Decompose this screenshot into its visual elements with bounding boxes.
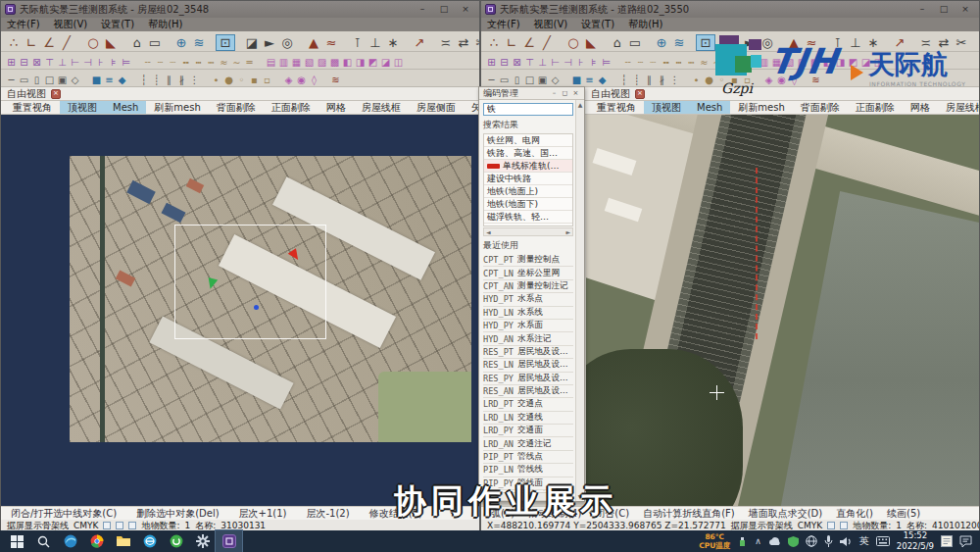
sticky-note-tray-icon[interactable] <box>941 535 953 547</box>
close-button[interactable]: × <box>456 3 475 16</box>
toolbar-icon[interactable]: ⊣ <box>562 57 574 68</box>
toolbar-icon[interactable]: ◉ <box>295 75 308 85</box>
toolbar-icon[interactable]: ≋ <box>190 35 208 50</box>
recent-code-item[interactable]: RES_PY 居民地及设… <box>483 373 573 385</box>
command-shortcut[interactable]: 直角化() <box>836 507 873 521</box>
toolbar-icon[interactable]: ◦ <box>235 75 248 85</box>
toolbar-icon[interactable]: ◎ <box>278 35 296 50</box>
chrome-taskbar-icon[interactable] <box>83 530 110 552</box>
view-tab[interactable]: 刷新mesh <box>730 101 792 115</box>
recent-code-item[interactable]: HYD_PT 水系点 <box>483 293 573 306</box>
toolbar-icon[interactable]: ┅ <box>192 57 205 68</box>
toolbar-icon[interactable]: ◇ <box>549 75 562 85</box>
recent-code-item[interactable]: LRD_PY 交通面 <box>483 425 573 437</box>
menu-item[interactable]: 设置(T) <box>101 18 134 31</box>
toolbar-icon[interactable]: ○ <box>564 35 582 50</box>
toolbar-icon[interactable]: ◣ <box>582 35 600 50</box>
recent-code-item[interactable]: RES_AN 居民地及设… <box>483 385 573 398</box>
toolbar-icon[interactable]: ⊦ <box>94 57 107 68</box>
panel-close-icon[interactable]: × <box>51 89 61 99</box>
toolbar-icon[interactable]: ✂ <box>472 35 479 50</box>
toolbar-icon[interactable]: ─ <box>5 75 18 85</box>
view-tab[interactable]: 网格 <box>318 101 354 115</box>
toolbar-icon[interactable]: ▯ <box>30 75 43 85</box>
minimize-button[interactable]: – <box>912 3 932 16</box>
viewport-3d-right[interactable] <box>586 115 979 506</box>
toolbar-icon[interactable]: ┉ <box>205 57 218 68</box>
toolbar-icon[interactable]: ∙ <box>210 75 222 85</box>
recent-code-item[interactable]: RES_LN 居民地及设… <box>483 359 573 372</box>
toolbar-icon[interactable]: ⊥ <box>367 35 384 50</box>
toolbar-icon[interactable]: ≡ <box>103 75 116 85</box>
view-tab[interactable]: 背面剔除 <box>209 101 264 115</box>
toolbar-icon[interactable]: ┆ <box>137 75 150 85</box>
toolbar-icon[interactable]: □ <box>43 75 56 85</box>
panel-close-icon[interactable]: × <box>635 89 645 99</box>
code-search-input[interactable] <box>483 103 573 116</box>
tray-expand-chevron-icon[interactable]: ∧ <box>755 536 761 546</box>
toolbar-icon[interactable]: ╌ <box>621 57 634 68</box>
panel-vertical-scrollbar[interactable]: ▲ ▼ <box>575 100 584 501</box>
toolbar-icon[interactable]: ⋮ <box>668 75 681 85</box>
toolbar-icon[interactable]: ∦ <box>175 75 188 85</box>
toolbar-icon[interactable]: ▧ <box>303 57 316 68</box>
toolbar-icon[interactable]: ▯ <box>511 75 523 85</box>
toolbar-icon[interactable]: ▫ <box>261 75 273 85</box>
toolbar-icon[interactable]: ═ <box>243 57 256 68</box>
color-swatch[interactable] <box>827 522 835 529</box>
toolbar-icon[interactable]: ↗ <box>411 35 428 50</box>
scroll-right-icon[interactable]: ► <box>565 228 570 235</box>
command-shortcut[interactable]: 层次-1(2) <box>307 507 350 521</box>
toolbar-icon[interactable]: ∠ <box>520 35 538 50</box>
toolbar-icon[interactable]: ⋮ <box>188 75 201 85</box>
toolbar-icon[interactable]: ◪ <box>379 57 392 68</box>
search-result-item[interactable]: 铁路、高速、国… <box>484 147 572 160</box>
toolbar-icon[interactable]: ⊧ <box>107 57 120 68</box>
command-shortcut[interactable]: 续画(5) <box>887 507 920 521</box>
toolbar-icon[interactable]: ≡ <box>583 75 596 85</box>
toolbar-icon[interactable]: ⌂ <box>128 35 146 50</box>
toolbar-icon[interactable]: ▭ <box>498 75 511 85</box>
recent-code-item[interactable]: LRD_PT 交通点 <box>483 398 573 411</box>
toolbar-icon[interactable]: ■ <box>90 75 103 85</box>
toolbar-icon[interactable]: ∴ <box>5 35 23 50</box>
microphone-tray-icon[interactable] <box>824 535 833 547</box>
recent-code-item[interactable]: HYD_LN 水系线 <box>483 307 573 320</box>
toolbar-icon[interactable]: ╱ <box>58 35 75 50</box>
view-tab[interactable]: 背面剔除 <box>793 101 848 115</box>
toolbar-icon[interactable]: ∥ <box>643 75 656 85</box>
menu-item[interactable]: 文件(F) <box>7 18 40 31</box>
toolbar-icon[interactable]: ► <box>261 35 278 50</box>
toolbar-icon[interactable]: ┈ <box>647 57 660 68</box>
recent-code-item[interactable]: CPT_AN 测量控制注记 <box>483 280 573 293</box>
toolbar-icon[interactable]: ⊥ <box>56 57 69 68</box>
toolbar-icon[interactable]: ◆ <box>116 75 128 85</box>
toolbar-icon[interactable]: ◪ <box>243 35 261 50</box>
panel-minimize-icon[interactable]: – <box>550 89 559 98</box>
recent-code-item[interactable]: CPT_PT 测量控制点 <box>483 254 573 267</box>
toolbar-icon[interactable]: ┆ <box>617 75 630 85</box>
toolbar-icon[interactable]: ∴ <box>485 35 503 50</box>
toolbar-icon[interactable]: ⊢ <box>549 57 562 68</box>
settings-taskbar-icon[interactable] <box>189 530 216 552</box>
recent-code-item[interactable]: RES_PT 居民地及设… <box>483 346 573 359</box>
panel-close-icon[interactable]: × <box>571 89 580 98</box>
viewport-3d-left[interactable] <box>1 115 479 506</box>
toolbar-icon[interactable]: ≈ <box>218 57 230 68</box>
search-result-item[interactable]: 地铁(地面下) <box>484 198 572 211</box>
menu-item[interactable]: 视图(V) <box>534 18 568 31</box>
color-swatch[interactable] <box>116 522 123 529</box>
toolbar-icon[interactable]: ⊨ <box>600 57 612 68</box>
view-tab[interactable]: 房屋侧面 <box>409 101 464 115</box>
view-tab[interactable]: 房屋线框 <box>938 101 979 115</box>
toolbar-icon[interactable]: ▤ <box>265 57 277 68</box>
toolbar-icon[interactable]: ▪ <box>248 75 261 85</box>
toolbar-icon[interactable]: ■ <box>570 75 583 85</box>
search-result-item[interactable]: 单线标准轨(… <box>484 160 572 173</box>
toolbar-icon[interactable]: ⊡ <box>217 35 234 50</box>
toolbar-icon[interactable]: ▭ <box>146 35 164 50</box>
search-result-item[interactable]: 地铁(地面上) <box>484 185 572 198</box>
command-shortcut[interactable]: 删除选中对象(Del) <box>136 507 219 521</box>
view-tab[interactable]: 房屋线框 <box>354 101 409 115</box>
toolbar-icon[interactable]: ▨ <box>316 57 328 68</box>
